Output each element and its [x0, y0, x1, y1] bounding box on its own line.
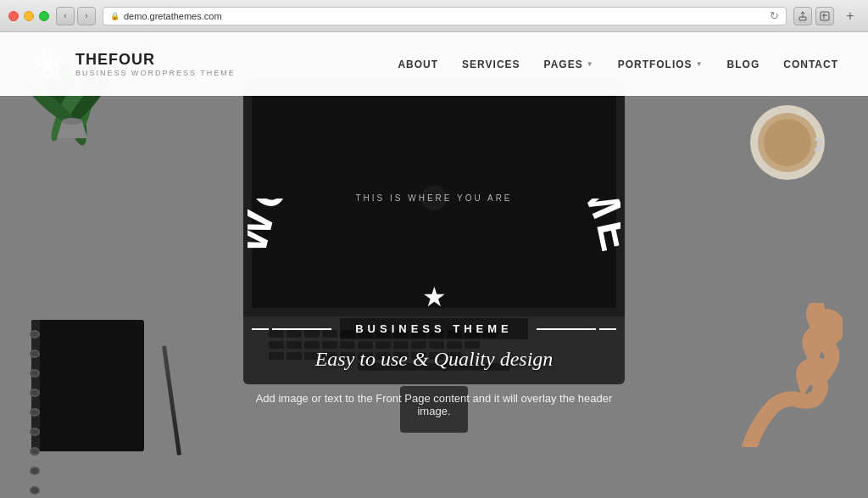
hero-description: Add image or text to the Front Page cont… [243, 392, 625, 417]
lock-icon: 🔒 [110, 12, 120, 20]
hero-center-block: THIS IS WHERE YOU ARE WORDPRESS THEME ★ … [248, 193, 620, 371]
svg-rect-0 [799, 17, 806, 20]
browser-nav-buttons: ‹ › [56, 7, 96, 25]
site-navbar: THEFOUR BUSINESS WORDPRESS THEME ABOUT S… [0, 32, 868, 96]
logo-text: THEFOUR BUSINESS WORDPRESS THEME [75, 51, 236, 77]
website-container: THEFOUR BUSINESS WORDPRESS THEME ABOUT S… [0, 32, 868, 498]
pages-dropdown-arrow: ▼ [587, 60, 594, 68]
fullscreen-button[interactable] [39, 11, 49, 21]
refresh-icon[interactable]: ↻ [770, 9, 779, 22]
portfolios-dropdown-arrow: ▼ [696, 60, 704, 68]
logo-subtitle: BUSINESS WORDPRESS THEME [75, 69, 236, 77]
svg-text:WORDPRESS THEME: WORDPRESS THEME [248, 199, 620, 258]
bookmark-button[interactable] [815, 7, 834, 25]
browser-actions [793, 7, 834, 25]
forward-button[interactable]: › [77, 7, 96, 25]
traffic-lights [8, 11, 49, 21]
nav-pages[interactable]: PAGES ▼ [544, 59, 594, 70]
site-navigation: ABOUT SERVICES PAGES ▼ PORTFOLIOS ▼ BLOG… [398, 59, 838, 70]
svg-point-19 [44, 61, 51, 68]
new-tab-button[interactable]: + [841, 7, 860, 25]
address-bar[interactable]: 🔒 demo.gretathemes.com ↻ [103, 7, 787, 25]
back-button[interactable]: ‹ [56, 7, 75, 25]
svg-rect-1 [821, 12, 829, 20]
logo-name: THEFOUR [75, 51, 236, 69]
minimize-button[interactable] [24, 11, 34, 21]
close-button[interactable] [8, 11, 19, 21]
hero-star: ★ [422, 281, 447, 313]
share-button[interactable] [793, 7, 812, 25]
nav-blog[interactable]: BLOG [727, 59, 760, 70]
hero-content: THIS IS WHERE YOU ARE WORDPRESS THEME ★ … [0, 96, 868, 498]
nav-services[interactable]: SERVICES [462, 59, 520, 70]
nav-portfolios[interactable]: PORTFOLIOS ▼ [618, 59, 704, 70]
logo-icon [30, 47, 65, 82]
site-logo[interactable]: THEFOUR BUSINESS WORDPRESS THEME [30, 47, 236, 82]
nav-contact[interactable]: CONTACT [783, 59, 838, 70]
hero-script-text: Easy to use & Quality design [315, 348, 554, 371]
hero-subtitle: BUSINESS THEME [340, 318, 528, 339]
hero-arch-title: WORDPRESS THEME [248, 199, 620, 283]
hero-divider: BUSINESS THEME [252, 318, 616, 339]
nav-about[interactable]: ABOUT [398, 59, 438, 70]
browser-chrome: ‹ › 🔒 demo.gretathemes.com ↻ + [0, 0, 868, 32]
url-text: demo.gretathemes.com [124, 11, 222, 21]
